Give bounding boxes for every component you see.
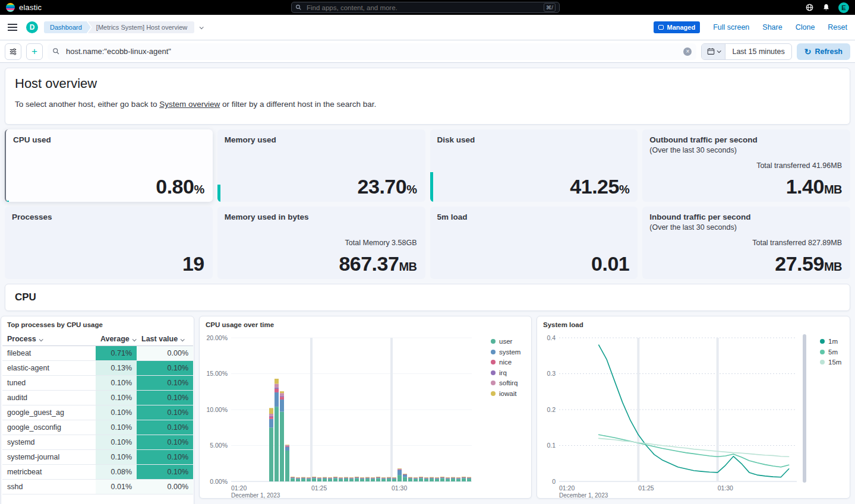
dashboard-app-icon[interactable]: D xyxy=(26,21,38,33)
svg-text:01:25: 01:25 xyxy=(638,484,654,492)
global-search-input[interactable] xyxy=(305,4,540,12)
managed-badge[interactable]: Managed xyxy=(654,21,700,33)
legend-item-irq[interactable]: irq xyxy=(491,369,520,376)
metric-subtitle: (Over the last 30 seconds) xyxy=(649,146,737,154)
query-input-box[interactable]: × xyxy=(48,43,696,60)
metric-value: 867.37MB xyxy=(339,252,417,275)
notifications-icon[interactable] xyxy=(822,3,831,12)
system-overview-link[interactable]: System overview xyxy=(159,100,220,109)
breadcrumb: Dashboard [Metrics System] Host overview xyxy=(44,21,194,33)
clone-button[interactable]: Clone xyxy=(796,23,815,31)
refresh-button[interactable]: ↻ Refresh xyxy=(797,43,850,60)
query-input[interactable] xyxy=(65,46,679,56)
svg-text:01:20: 01:20 xyxy=(559,484,575,492)
managed-icon xyxy=(658,25,664,30)
metric-title: Disk used xyxy=(437,135,475,144)
top-processes-table: Process Average Last value filebeat0.71%… xyxy=(2,332,193,495)
dashboard-actions: Managed Full screen Share Clone Reset xyxy=(654,21,847,33)
table-row[interactable]: auditd0.10%0.10% xyxy=(2,391,193,405)
globe-icon[interactable] xyxy=(805,3,814,12)
description-prefix: To select another host, either go back t… xyxy=(15,100,159,109)
reset-button[interactable]: Reset xyxy=(828,23,847,31)
legend-label: nice xyxy=(499,359,512,366)
table-row[interactable]: google_guest_ag0.10%0.10% xyxy=(2,405,193,420)
legend-item-nice[interactable]: nice xyxy=(491,359,520,366)
table-row[interactable]: metricbeat0.08%0.10% xyxy=(2,465,193,480)
time-range-button[interactable]: Last 15 minutes xyxy=(725,47,791,56)
refresh-icon: ↻ xyxy=(804,47,812,56)
calendar-button[interactable] xyxy=(702,44,725,59)
description-suffix: or filter by a different host in the sea… xyxy=(220,100,376,109)
legend-item-user[interactable]: user xyxy=(491,338,520,345)
breadcrumb-dashboard[interactable]: Dashboard xyxy=(44,21,91,33)
table-row[interactable]: systemd-journal0.10%0.10% xyxy=(2,450,193,465)
average-cell: 0.13% xyxy=(96,361,137,376)
legend-item-softirq[interactable]: softirq xyxy=(491,379,520,386)
metric-value: 23.70% xyxy=(358,175,417,198)
legend-label: 5m xyxy=(828,348,838,356)
metric-title: Memory used xyxy=(225,135,276,144)
legend-item-15m[interactable]: 15m xyxy=(820,359,841,366)
average-cell: 0.10% xyxy=(96,391,137,405)
process-name: metricbeat xyxy=(2,465,96,480)
user-avatar[interactable]: E xyxy=(838,2,849,13)
metric-tile-inbound-traffic: Inbound traffic per second (Over the las… xyxy=(642,207,850,279)
process-name: auditd xyxy=(2,391,96,405)
process-name: google_osconfig xyxy=(2,420,96,435)
legend-dot-icon xyxy=(491,381,496,385)
usage-progress-bar xyxy=(430,172,433,202)
average-cell: 0.10% xyxy=(96,435,137,450)
menu-icon[interactable] xyxy=(8,24,17,31)
table-row[interactable]: tuned0.10%0.10% xyxy=(2,376,193,391)
cpu-section-panel: CPU xyxy=(5,284,850,311)
column-header-process[interactable]: Process xyxy=(2,332,96,346)
svg-text:0.3: 0.3 xyxy=(547,370,556,377)
legend-item-system[interactable]: system xyxy=(491,348,520,356)
process-name: elastic-agent xyxy=(2,361,96,376)
legend-item-iowait[interactable]: iowait xyxy=(491,390,520,397)
metric-tile-outbound-traffic: Outbound traffic per second (Over the la… xyxy=(642,129,850,202)
calendar-icon xyxy=(707,47,715,55)
search-icon xyxy=(295,4,302,11)
legend-dot-icon xyxy=(491,339,496,344)
clear-query-icon[interactable]: × xyxy=(683,47,692,56)
chevron-down-icon[interactable] xyxy=(200,25,204,29)
share-button[interactable]: Share xyxy=(762,23,782,31)
filter-menu-button[interactable] xyxy=(5,43,21,60)
table-row[interactable]: sshd0.01%0.00% xyxy=(2,480,193,495)
legend-dot-icon xyxy=(491,360,496,364)
table-row[interactable]: elastic-agent0.13%0.10% xyxy=(2,361,193,376)
process-name: filebeat xyxy=(2,346,96,361)
legend-item-1m[interactable]: 1m xyxy=(820,338,841,345)
metric-value: 1.40MB xyxy=(786,175,842,198)
legend-label: system xyxy=(499,348,520,356)
global-search[interactable]: ⌘/ xyxy=(291,2,560,13)
legend-dot-icon xyxy=(491,350,496,354)
table-row[interactable]: google_osconfig0.10%0.10% xyxy=(2,420,193,435)
metric-title: CPU used xyxy=(13,135,51,144)
column-header-last-value[interactable]: Last value xyxy=(137,332,193,346)
cpu-usage-chart: 0.00%5.00%10.00%15.00%20.00%01:20Decembe… xyxy=(200,332,486,499)
average-cell: 0.01% xyxy=(96,480,137,495)
svg-text:December 1, 2023: December 1, 2023 xyxy=(559,492,608,499)
global-header: elastic ⌘/ E xyxy=(0,0,855,15)
breadcrumb-current[interactable]: [Metrics System] Host overview xyxy=(88,21,194,33)
metric-subtitle: (Over the last 30 seconds) xyxy=(649,223,737,232)
legend-item-5m[interactable]: 5m xyxy=(820,348,841,356)
column-header-average[interactable]: Average xyxy=(96,332,137,346)
metric-title: 5m load xyxy=(437,213,468,221)
table-row[interactable]: systemd0.10%0.10% xyxy=(2,435,193,450)
full-screen-button[interactable]: Full screen xyxy=(713,23,749,31)
table-row[interactable]: filebeat0.71%0.00% xyxy=(2,346,193,361)
chart-legend: 1m5m15m xyxy=(820,338,841,366)
add-filter-button[interactable]: + xyxy=(26,43,43,60)
elastic-logo-icon[interactable] xyxy=(6,3,15,12)
svg-text:0.00%: 0.00% xyxy=(210,478,228,485)
managed-label: Managed xyxy=(667,24,695,31)
legend-label: user xyxy=(499,338,512,345)
brand-name[interactable]: elastic xyxy=(19,3,42,12)
metric-secondary-value: Total transferred 41.96MB xyxy=(756,161,842,170)
svg-text:15.00%: 15.00% xyxy=(206,370,228,377)
metric-tile-disk-used: Disk used 41.25% xyxy=(430,129,638,202)
panel-scrollbar[interactable] xyxy=(803,334,806,483)
